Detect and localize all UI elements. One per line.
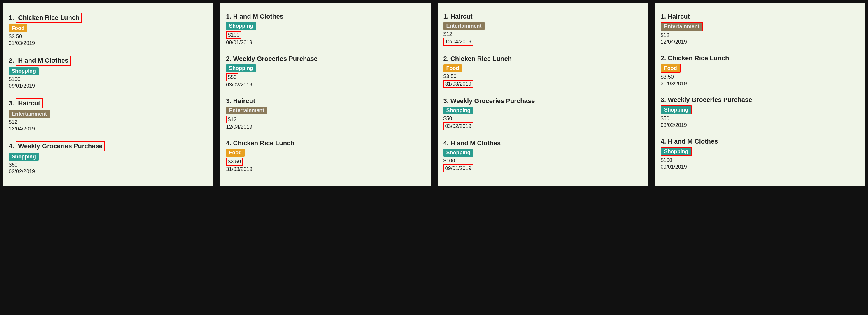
item-title: Chicken Rice Lunch xyxy=(668,55,729,62)
item-date: 09/01/2019 xyxy=(443,165,473,172)
item-number: 1. xyxy=(226,13,231,21)
category-badge: Food xyxy=(9,25,27,32)
item-title: Weekly Groceries Purchase xyxy=(16,141,105,151)
item-date: 31/03/2019 xyxy=(9,40,207,46)
list-item: 4.H and M ClothesShopping$10009/01/2019 xyxy=(442,135,643,178)
item-title: Chicken Rice Lunch xyxy=(451,55,512,63)
item-title: Weekly Groceries Purchase xyxy=(451,97,535,105)
item-amount: $50 xyxy=(226,73,238,81)
item-number: 2. xyxy=(443,55,449,63)
item-date: 09/01/2019 xyxy=(9,83,207,89)
item-date: 03/02/2019 xyxy=(443,122,473,130)
column-divider xyxy=(433,3,435,186)
item-title: H and M Clothes xyxy=(668,138,718,145)
category-badge: Food xyxy=(443,64,462,72)
item-amount: $100 xyxy=(661,157,859,163)
item-amount: $3.50 xyxy=(226,158,243,166)
list-item: 1.Chicken Rice LunchFood$3.5031/03/2019 xyxy=(7,9,209,51)
item-date: 12/04/2019 xyxy=(661,39,859,45)
list-item: 1.HaircutEntertainment$1212/04/2019 xyxy=(659,9,861,50)
list-item: 2.Chicken Rice LunchFood$3.5031/03/2019 xyxy=(442,51,643,93)
item-amount: $100 xyxy=(226,31,241,39)
item-title: Chicken Rice Lunch xyxy=(233,139,294,147)
column-divider xyxy=(215,3,218,186)
category-badge: Shopping xyxy=(226,64,256,72)
category-badge: Shopping xyxy=(443,107,473,114)
list-item: 3.HaircutEntertainment$1212/04/2019 xyxy=(225,93,426,135)
item-number: 4. xyxy=(9,142,14,150)
item-title: H and M Clothes xyxy=(233,13,283,21)
category-badge: Entertainment xyxy=(661,22,703,31)
category-badge: Food xyxy=(661,64,681,73)
item-date: 12/04/2019 xyxy=(226,124,425,130)
item-date: 31/03/2019 xyxy=(443,80,473,88)
item-date: 31/03/2019 xyxy=(661,81,859,87)
item-number: 4. xyxy=(226,139,231,147)
column-2: 1.H and M ClothesShopping$10009/01/20192… xyxy=(220,3,430,186)
list-item: 1.H and M ClothesShopping$10009/01/2019 xyxy=(225,9,426,51)
category-badge: Food xyxy=(226,149,245,156)
list-item: 2.Chicken Rice LunchFood$3.5031/03/2019 xyxy=(659,50,861,92)
column-4: 1.HaircutEntertainment$1212/04/20192.Chi… xyxy=(655,3,865,186)
list-item: 3.Weekly Groceries PurchaseShopping$5003… xyxy=(442,93,643,135)
item-title: Haircut xyxy=(668,13,690,21)
item-amount: $3.50 xyxy=(661,74,859,80)
category-badge: Shopping xyxy=(226,22,256,30)
item-amount: $12 xyxy=(226,115,238,124)
item-number: 1. xyxy=(661,13,666,21)
item-number: 2. xyxy=(9,57,14,64)
item-amount: $3.50 xyxy=(443,73,642,79)
item-date: 12/04/2019 xyxy=(443,38,473,46)
item-title: Weekly Groceries Purchase xyxy=(668,96,752,104)
item-number: 3. xyxy=(226,97,231,105)
item-title: H and M Clothes xyxy=(16,56,70,66)
category-badge: Entertainment xyxy=(226,107,267,114)
item-amount: $100 xyxy=(9,76,207,82)
item-number: 4. xyxy=(443,139,449,147)
list-item: 4.Chicken Rice LunchFood$3.5031/03/2019 xyxy=(225,135,426,178)
category-badge: Shopping xyxy=(443,149,473,156)
item-title: Weekly Groceries Purchase xyxy=(233,55,317,63)
category-badge: Shopping xyxy=(9,153,39,161)
item-number: 3. xyxy=(9,100,14,107)
item-date: 09/01/2019 xyxy=(226,40,425,46)
item-date: 03/02/2019 xyxy=(661,122,859,128)
item-date: 09/01/2019 xyxy=(661,164,859,170)
item-number: 1. xyxy=(9,14,14,22)
list-item: 1.HaircutEntertainment$1212/04/2019 xyxy=(442,9,643,51)
list-item: 4.H and M ClothesShopping$10009/01/2019 xyxy=(659,134,861,175)
item-number: 2. xyxy=(226,55,231,63)
item-title: H and M Clothes xyxy=(451,139,501,147)
item-number: 2. xyxy=(661,55,666,62)
item-number: 4. xyxy=(661,138,666,145)
category-badge: Shopping xyxy=(9,67,39,75)
item-amount: $12 xyxy=(443,31,642,37)
main-container: 1.Chicken Rice LunchFood$3.5031/03/20192… xyxy=(3,3,865,186)
column-3: 1.HaircutEntertainment$1212/04/20192.Chi… xyxy=(438,3,648,186)
category-badge: Entertainment xyxy=(443,22,485,30)
list-item: 2.H and M ClothesShopping$10009/01/2019 xyxy=(7,51,209,94)
item-title: Chicken Rice Lunch xyxy=(16,13,82,23)
column-1: 1.Chicken Rice LunchFood$3.5031/03/20192… xyxy=(3,3,213,186)
item-title: Haircut xyxy=(16,98,42,108)
item-date: 03/02/2019 xyxy=(226,82,425,88)
item-amount: $50 xyxy=(661,115,859,122)
item-amount: $12 xyxy=(661,32,859,38)
item-amount: $50 xyxy=(9,162,207,168)
item-number: 3. xyxy=(443,97,449,105)
item-amount: $50 xyxy=(443,115,642,122)
item-amount: $100 xyxy=(443,158,642,164)
item-date: 12/04/2019 xyxy=(9,126,207,132)
list-item: 3.HaircutEntertainment$1212/04/2019 xyxy=(7,94,209,137)
item-date: 31/03/2019 xyxy=(226,166,425,172)
item-date: 03/02/2019 xyxy=(9,169,207,175)
column-divider xyxy=(650,3,653,186)
item-title: Haircut xyxy=(451,13,473,21)
category-badge: Shopping xyxy=(661,147,692,156)
category-badge: Shopping xyxy=(661,105,692,114)
item-number: 3. xyxy=(661,96,666,104)
list-item: 2.Weekly Groceries PurchaseShopping$5003… xyxy=(225,51,426,93)
list-item: 4.Weekly Groceries PurchaseShopping$5003… xyxy=(7,137,209,180)
item-amount: $3.50 xyxy=(9,33,207,40)
item-title: Haircut xyxy=(233,97,255,105)
